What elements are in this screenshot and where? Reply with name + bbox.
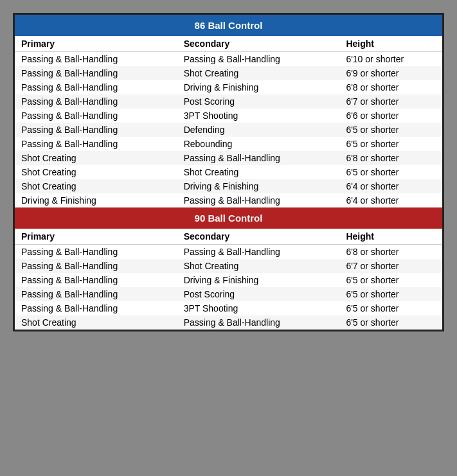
- table-cell-2-1: Driving & Finishing: [177, 80, 340, 94]
- table-cell-5-1: Defending: [177, 123, 340, 137]
- table-cell-10-2: 6'4 or shorter: [339, 193, 442, 207]
- table-cell-7-1: Passing & Ball-Handling: [177, 151, 340, 165]
- table-cell-2-1: Driving & Finishing: [177, 273, 340, 287]
- table-row: Shot CreatingDriving & Finishing6'4 or s…: [15, 179, 442, 193]
- table-row: Shot CreatingPassing & Ball-Handling6'8 …: [15, 151, 442, 165]
- table-cell-10-0: Driving & Finishing: [15, 193, 177, 207]
- table-cell-10-1: Passing & Ball-Handling: [177, 193, 340, 207]
- table-cell-2-0: Passing & Ball-Handling: [15, 80, 177, 94]
- table-cell-8-1: Shot Creating: [177, 165, 340, 179]
- table-cell-4-1: 3PT Shooting: [177, 109, 340, 123]
- table-cell-5-1: Passing & Ball-Handling: [177, 315, 340, 330]
- table-cell-1-1: Shot Creating: [177, 259, 340, 273]
- col-header-2: Height: [339, 229, 442, 245]
- table-cell-8-0: Shot Creating: [15, 165, 177, 179]
- table-row: Shot CreatingPassing & Ball-Handling6'5 …: [15, 315, 442, 330]
- col-header-0: Primary: [15, 229, 177, 245]
- table-cell-3-1: Post Scoring: [177, 94, 340, 109]
- table-1: PrimarySecondaryHeightPassing & Ball-Han…: [15, 229, 442, 330]
- table-cell-8-2: 6'5 or shorter: [339, 165, 442, 179]
- col-header-1: Secondary: [177, 36, 340, 52]
- table-cell-1-1: Shot Creating: [177, 66, 340, 80]
- table-cell-0-0: Passing & Ball-Handling: [15, 52, 177, 67]
- section-header-0: 86 Ball Control: [15, 15, 442, 36]
- table-cell-5-0: Passing & Ball-Handling: [15, 123, 177, 137]
- table-cell-7-0: Shot Creating: [15, 151, 177, 165]
- table-row: Passing & Ball-HandlingDriving & Finishi…: [15, 80, 442, 94]
- table-cell-3-0: Passing & Ball-Handling: [15, 287, 177, 301]
- table-cell-0-1: Passing & Ball-Handling: [177, 245, 340, 260]
- table-cell-0-0: Passing & Ball-Handling: [15, 245, 177, 260]
- section-header-1: 90 Ball Control: [15, 207, 442, 229]
- col-header-1: Secondary: [177, 229, 340, 245]
- table-cell-1-0: Passing & Ball-Handling: [15, 66, 177, 80]
- table-cell-9-0: Shot Creating: [15, 179, 177, 193]
- table-cell-2-0: Passing & Ball-Handling: [15, 273, 177, 287]
- col-header-2: Height: [339, 36, 442, 52]
- table-cell-0-1: Passing & Ball-Handling: [177, 52, 340, 67]
- table-row: Passing & Ball-HandlingDriving & Finishi…: [15, 273, 442, 287]
- table-cell-3-2: 6'5 or shorter: [339, 287, 442, 301]
- table-cell-2-2: 6'8 or shorter: [339, 80, 442, 94]
- table-cell-3-2: 6'7 or shorter: [339, 94, 442, 109]
- table-cell-4-2: 6'6 or shorter: [339, 109, 442, 123]
- table-cell-2-2: 6'5 or shorter: [339, 273, 442, 287]
- col-header-0: Primary: [15, 36, 177, 52]
- table-cell-1-2: 6'7 or shorter: [339, 259, 442, 273]
- table-cell-7-2: 6'8 or shorter: [339, 151, 442, 165]
- table-0: PrimarySecondaryHeightPassing & Ball-Han…: [15, 36, 442, 207]
- table-cell-1-2: 6'9 or shorter: [339, 66, 442, 80]
- table-cell-4-0: Passing & Ball-Handling: [15, 109, 177, 123]
- table-row: Passing & Ball-HandlingPost Scoring6'7 o…: [15, 94, 442, 109]
- table-row: Shot CreatingShot Creating6'5 or shorter: [15, 165, 442, 179]
- table-cell-1-0: Passing & Ball-Handling: [15, 259, 177, 273]
- table-row: Passing & Ball-HandlingShot Creating6'7 …: [15, 259, 442, 273]
- table-cell-4-1: 3PT Shooting: [177, 301, 340, 315]
- table-row: Driving & FinishingPassing & Ball-Handli…: [15, 193, 442, 207]
- table-cell-3-0: Passing & Ball-Handling: [15, 94, 177, 109]
- table-cell-3-1: Post Scoring: [177, 287, 340, 301]
- table-row: Passing & Ball-Handling3PT Shooting6'6 o…: [15, 109, 442, 123]
- table-cell-4-0: Passing & Ball-Handling: [15, 301, 177, 315]
- table-cell-5-2: 6'5 or shorter: [339, 123, 442, 137]
- table-cell-6-0: Passing & Ball-Handling: [15, 137, 177, 151]
- table-row: Passing & Ball-HandlingPassing & Ball-Ha…: [15, 245, 442, 260]
- table-cell-9-2: 6'4 or shorter: [339, 179, 442, 193]
- table-row: Passing & Ball-HandlingRebounding6'5 or …: [15, 137, 442, 151]
- table-row: Passing & Ball-HandlingShot Creating6'9 …: [15, 66, 442, 80]
- table-row: Passing & Ball-HandlingDefending6'5 or s…: [15, 123, 442, 137]
- table-cell-9-1: Driving & Finishing: [177, 179, 340, 193]
- table-cell-5-0: Shot Creating: [15, 315, 177, 330]
- table-cell-5-2: 6'5 or shorter: [339, 315, 442, 330]
- table-row: Passing & Ball-HandlingPost Scoring6'5 o…: [15, 287, 442, 301]
- table-cell-4-2: 6'5 or shorter: [339, 301, 442, 315]
- table-row: Passing & Ball-HandlingPassing & Ball-Ha…: [15, 52, 442, 67]
- main-container: 86 Ball ControlPrimarySecondaryHeightPas…: [13, 13, 444, 331]
- table-cell-0-2: 6'10 or shorter: [339, 52, 442, 67]
- table-cell-0-2: 6'8 or shorter: [339, 245, 442, 260]
- table-cell-6-2: 6'5 or shorter: [339, 137, 442, 151]
- table-row: Passing & Ball-Handling3PT Shooting6'5 o…: [15, 301, 442, 315]
- table-cell-6-1: Rebounding: [177, 137, 340, 151]
